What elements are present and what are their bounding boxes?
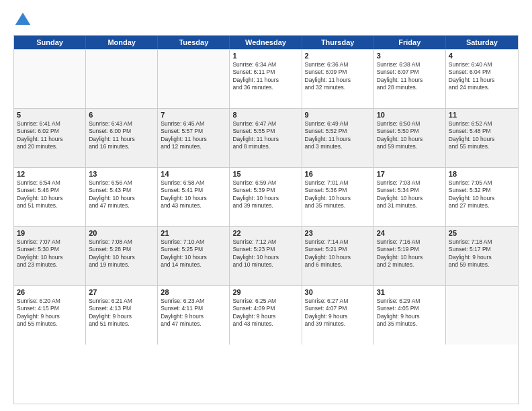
day-number: 28 xyxy=(161,288,226,296)
cell-text: Sunrise: 6:38 AM Sunset: 6:07 PM Dayligh… xyxy=(377,61,443,92)
cell-text: Sunrise: 6:47 AM Sunset: 5:55 PM Dayligh… xyxy=(232,120,298,151)
day-number: 10 xyxy=(377,111,443,119)
day-number: 31 xyxy=(377,288,443,296)
calendar-cell: 13Sunrise: 6:56 AM Sunset: 5:43 PM Dayli… xyxy=(86,168,158,226)
calendar-cell: 2Sunrise: 6:36 AM Sunset: 6:09 PM Daylig… xyxy=(302,50,374,108)
cell-text: Sunrise: 6:34 AM Sunset: 6:11 PM Dayligh… xyxy=(232,61,298,92)
cell-text: Sunrise: 6:36 AM Sunset: 6:09 PM Dayligh… xyxy=(305,61,371,92)
day-number: 1 xyxy=(232,52,298,60)
calendar-cell: 12Sunrise: 6:54 AM Sunset: 5:46 PM Dayli… xyxy=(14,168,86,226)
cell-text: Sunrise: 6:27 AM Sunset: 4:07 PM Dayligh… xyxy=(305,298,371,328)
day-header-monday: Monday xyxy=(86,36,158,49)
cell-text: Sunrise: 6:59 AM Sunset: 5:39 PM Dayligh… xyxy=(232,179,298,210)
calendar-cell: 11Sunrise: 6:52 AM Sunset: 5:48 PM Dayli… xyxy=(446,109,518,167)
calendar-cell: 30Sunrise: 6:27 AM Sunset: 4:07 PM Dayli… xyxy=(302,286,374,345)
cell-text: Sunrise: 7:12 AM Sunset: 5:23 PM Dayligh… xyxy=(232,238,298,269)
calendar-cell: 14Sunrise: 6:58 AM Sunset: 5:41 PM Dayli… xyxy=(158,168,230,226)
cell-text: Sunrise: 7:16 AM Sunset: 5:19 PM Dayligh… xyxy=(377,238,443,269)
calendar-cell: 20Sunrise: 7:08 AM Sunset: 5:28 PM Dayli… xyxy=(86,227,158,285)
calendar-cell: 26Sunrise: 6:20 AM Sunset: 4:15 PM Dayli… xyxy=(14,286,86,345)
day-number: 9 xyxy=(305,111,371,119)
calendar-cell: 5Sunrise: 6:41 AM Sunset: 6:02 PM Daylig… xyxy=(14,109,86,167)
calendar-cell: 9Sunrise: 6:49 AM Sunset: 5:52 PM Daylig… xyxy=(302,109,374,167)
cell-text: Sunrise: 6:21 AM Sunset: 4:13 PM Dayligh… xyxy=(89,298,154,328)
calendar-cell: 1Sunrise: 6:34 AM Sunset: 6:11 PM Daylig… xyxy=(230,50,302,108)
cell-text: Sunrise: 6:50 AM Sunset: 5:50 PM Dayligh… xyxy=(377,120,443,151)
calendar-row: 26Sunrise: 6:20 AM Sunset: 4:15 PM Dayli… xyxy=(14,285,518,345)
calendar-cell xyxy=(14,50,86,108)
day-number: 5 xyxy=(17,111,83,119)
cell-text: Sunrise: 6:52 AM Sunset: 5:48 PM Dayligh… xyxy=(449,120,515,151)
day-header-saturday: Saturday xyxy=(446,36,518,49)
calendar-cell: 22Sunrise: 7:12 AM Sunset: 5:23 PM Dayli… xyxy=(230,227,302,285)
calendar-row: 12Sunrise: 6:54 AM Sunset: 5:46 PM Dayli… xyxy=(14,167,518,226)
cell-text: Sunrise: 6:41 AM Sunset: 6:02 PM Dayligh… xyxy=(17,120,83,151)
cell-text: Sunrise: 6:29 AM Sunset: 4:05 PM Dayligh… xyxy=(377,298,443,328)
cell-text: Sunrise: 6:23 AM Sunset: 4:11 PM Dayligh… xyxy=(161,298,226,328)
day-header-sunday: Sunday xyxy=(14,36,86,49)
logo-icon xyxy=(13,11,32,30)
day-number: 23 xyxy=(305,229,371,237)
day-number: 11 xyxy=(449,111,515,119)
calendar-cell: 25Sunrise: 7:18 AM Sunset: 5:17 PM Dayli… xyxy=(446,227,518,285)
calendar-header: SundayMondayTuesdayWednesdayThursdayFrid… xyxy=(14,36,518,49)
cell-text: Sunrise: 7:07 AM Sunset: 5:30 PM Dayligh… xyxy=(17,238,83,269)
day-number: 21 xyxy=(161,229,226,237)
day-header-wednesday: Wednesday xyxy=(230,36,302,49)
day-number: 3 xyxy=(377,52,443,60)
calendar-body: 1Sunrise: 6:34 AM Sunset: 6:11 PM Daylig… xyxy=(14,49,518,404)
day-number: 20 xyxy=(89,229,154,237)
cell-text: Sunrise: 6:49 AM Sunset: 5:52 PM Dayligh… xyxy=(305,120,371,151)
day-number: 19 xyxy=(17,229,83,237)
calendar-cell: 6Sunrise: 6:43 AM Sunset: 6:00 PM Daylig… xyxy=(86,109,158,167)
cell-text: Sunrise: 7:10 AM Sunset: 5:25 PM Dayligh… xyxy=(161,238,226,269)
cell-text: Sunrise: 6:54 AM Sunset: 5:46 PM Dayligh… xyxy=(17,179,83,210)
day-number: 29 xyxy=(232,288,298,296)
day-number: 27 xyxy=(89,288,154,296)
calendar-cell: 8Sunrise: 6:47 AM Sunset: 5:55 PM Daylig… xyxy=(230,109,302,167)
calendar-row: 19Sunrise: 7:07 AM Sunset: 5:30 PM Dayli… xyxy=(14,226,518,285)
cell-text: Sunrise: 7:14 AM Sunset: 5:21 PM Dayligh… xyxy=(305,238,371,269)
calendar-cell: 17Sunrise: 7:03 AM Sunset: 5:34 PM Dayli… xyxy=(374,168,446,226)
day-number: 25 xyxy=(449,229,515,237)
calendar-cell: 21Sunrise: 7:10 AM Sunset: 5:25 PM Dayli… xyxy=(158,227,230,285)
header xyxy=(13,11,519,30)
cell-text: Sunrise: 6:45 AM Sunset: 5:57 PM Dayligh… xyxy=(161,120,226,151)
calendar-cell: 27Sunrise: 6:21 AM Sunset: 4:13 PM Dayli… xyxy=(86,286,158,345)
cell-text: Sunrise: 7:01 AM Sunset: 5:36 PM Dayligh… xyxy=(305,179,371,210)
cell-text: Sunrise: 7:03 AM Sunset: 5:34 PM Dayligh… xyxy=(377,179,443,210)
day-number: 2 xyxy=(305,52,371,60)
day-number: 8 xyxy=(232,111,298,119)
cell-text: Sunrise: 6:58 AM Sunset: 5:41 PM Dayligh… xyxy=(161,179,226,210)
day-number: 14 xyxy=(161,170,226,178)
calendar-cell: 24Sunrise: 7:16 AM Sunset: 5:19 PM Dayli… xyxy=(374,227,446,285)
page: SundayMondayTuesdayWednesdayThursdayFrid… xyxy=(0,0,532,411)
day-header-tuesday: Tuesday xyxy=(158,36,230,49)
day-number: 4 xyxy=(449,52,515,60)
calendar-cell: 4Sunrise: 6:40 AM Sunset: 6:04 PM Daylig… xyxy=(446,50,518,108)
day-number: 7 xyxy=(161,111,226,119)
calendar-cell xyxy=(86,50,158,108)
calendar-cell: 16Sunrise: 7:01 AM Sunset: 5:36 PM Dayli… xyxy=(302,168,374,226)
cell-text: Sunrise: 7:18 AM Sunset: 5:17 PM Dayligh… xyxy=(449,238,515,269)
calendar-cell xyxy=(446,286,518,345)
calendar-cell: 15Sunrise: 6:59 AM Sunset: 5:39 PM Dayli… xyxy=(230,168,302,226)
day-number: 16 xyxy=(305,170,371,178)
day-number: 12 xyxy=(17,170,83,178)
calendar-cell: 3Sunrise: 6:38 AM Sunset: 6:07 PM Daylig… xyxy=(374,50,446,108)
day-number: 15 xyxy=(232,170,298,178)
calendar-cell: 28Sunrise: 6:23 AM Sunset: 4:11 PM Dayli… xyxy=(158,286,230,345)
calendar-cell: 19Sunrise: 7:07 AM Sunset: 5:30 PM Dayli… xyxy=(14,227,86,285)
cell-text: Sunrise: 7:05 AM Sunset: 5:32 PM Dayligh… xyxy=(449,179,515,210)
calendar-cell: 18Sunrise: 7:05 AM Sunset: 5:32 PM Dayli… xyxy=(446,168,518,226)
calendar-row: 1Sunrise: 6:34 AM Sunset: 6:11 PM Daylig… xyxy=(14,49,518,108)
cell-text: Sunrise: 6:43 AM Sunset: 6:00 PM Dayligh… xyxy=(89,120,154,151)
day-number: 30 xyxy=(305,288,371,296)
cell-text: Sunrise: 7:08 AM Sunset: 5:28 PM Dayligh… xyxy=(89,238,154,269)
day-number: 13 xyxy=(89,170,154,178)
calendar: SundayMondayTuesdayWednesdayThursdayFrid… xyxy=(13,35,519,404)
cell-text: Sunrise: 6:25 AM Sunset: 4:09 PM Dayligh… xyxy=(232,298,298,328)
calendar-cell xyxy=(158,50,230,108)
day-number: 26 xyxy=(17,288,83,296)
day-number: 6 xyxy=(89,111,154,119)
